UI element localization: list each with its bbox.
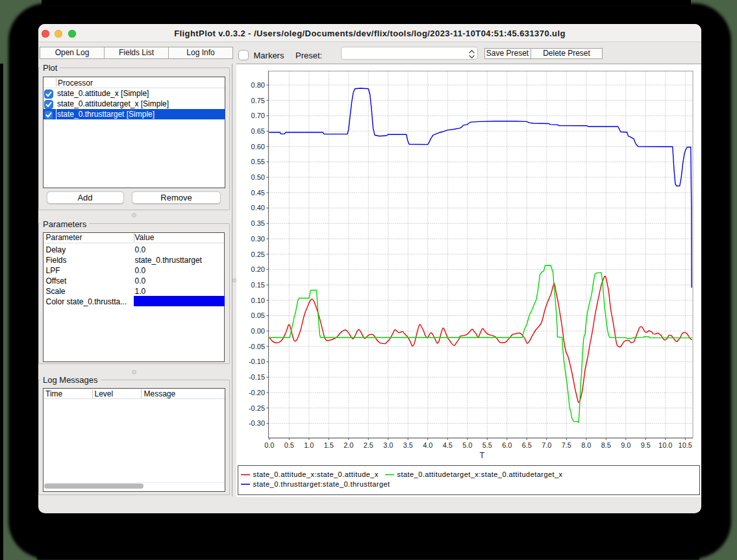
- svg-text:-0.20: -0.20: [249, 388, 265, 396]
- svg-text:state_0.attitudetarget_x:state: state_0.attitudetarget_x:state_0.attitud…: [397, 470, 563, 478]
- svg-text:3.0: 3.0: [383, 441, 393, 448]
- svg-text:0.30: 0.30: [251, 234, 265, 242]
- svg-text:0.80: 0.80: [251, 80, 265, 88]
- svg-text:3.5: 3.5: [403, 441, 413, 448]
- svg-text:T: T: [480, 451, 485, 460]
- svg-text:0.65: 0.65: [251, 127, 265, 134]
- svg-text:0.00: 0.00: [251, 327, 265, 335]
- svg-text:state_0.attitude_x:state_0.att: state_0.attitude_x:state_0.attitude_x: [253, 470, 379, 478]
- svg-text:9.5: 9.5: [641, 441, 651, 448]
- svg-text:1.5: 1.5: [324, 441, 334, 448]
- svg-text:4.5: 4.5: [443, 441, 453, 448]
- svg-text:-0.25: -0.25: [249, 404, 265, 411]
- svg-text:0.25: 0.25: [251, 250, 265, 258]
- svg-text:state_0.thrusttarget:state_0.t: state_0.thrusttarget:state_0.thrusttarge…: [253, 480, 390, 488]
- svg-text:0.5: 0.5: [284, 441, 294, 448]
- svg-text:0.40: 0.40: [251, 204, 265, 212]
- svg-text:0.60: 0.60: [251, 142, 265, 150]
- svg-text:0.70: 0.70: [251, 112, 265, 119]
- svg-text:0.50: 0.50: [251, 173, 265, 181]
- svg-text:1.0: 1.0: [304, 441, 314, 448]
- svg-text:0.0: 0.0: [264, 441, 274, 448]
- svg-text:-0.15: -0.15: [249, 373, 265, 381]
- svg-text:10.0: 10.0: [658, 441, 672, 448]
- svg-text:5.0: 5.0: [462, 441, 472, 448]
- svg-text:0.15: 0.15: [251, 280, 265, 288]
- svg-text:-0.30: -0.30: [249, 419, 265, 427]
- svg-text:0.75: 0.75: [251, 96, 265, 104]
- svg-text:8.5: 8.5: [601, 441, 611, 448]
- svg-text:0.20: 0.20: [251, 265, 265, 273]
- svg-text:8.0: 8.0: [581, 441, 591, 448]
- svg-text:6.5: 6.5: [522, 441, 532, 448]
- svg-text:2.5: 2.5: [364, 441, 373, 448]
- svg-text:7.0: 7.0: [542, 441, 551, 448]
- svg-text:7.5: 7.5: [562, 441, 571, 448]
- svg-text:-0.05: -0.05: [249, 342, 265, 350]
- svg-text:0.35: 0.35: [251, 219, 265, 227]
- svg-text:9.0: 9.0: [621, 441, 631, 448]
- svg-text:10.5: 10.5: [679, 441, 692, 448]
- svg-text:0.45: 0.45: [251, 188, 265, 196]
- svg-text:5.5: 5.5: [482, 441, 492, 448]
- svg-text:-0.10: -0.10: [249, 358, 265, 365]
- svg-text:2.0: 2.0: [344, 441, 353, 448]
- svg-text:0.55: 0.55: [251, 158, 265, 165]
- svg-text:0.10: 0.10: [251, 296, 265, 304]
- svg-text:4.0: 4.0: [423, 441, 432, 448]
- svg-text:0.05: 0.05: [251, 311, 265, 319]
- svg-text:6.0: 6.0: [502, 441, 512, 448]
